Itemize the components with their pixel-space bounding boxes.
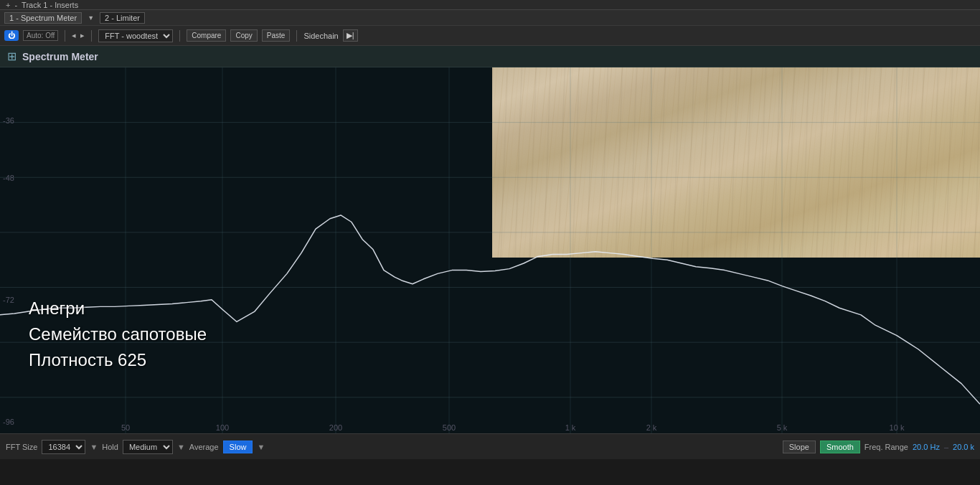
- copy-button[interactable]: Copy: [230, 29, 257, 42]
- slope-button[interactable]: Slope: [783, 441, 816, 453]
- freq-label-10k: 10 k: [890, 423, 905, 432]
- plugin-tab-2[interactable]: 2 - Limiter: [100, 12, 145, 24]
- toolbar-sep-2: [91, 30, 92, 42]
- freq-label-500: 500: [443, 423, 456, 432]
- smooth-button[interactable]: Smooth: [820, 441, 860, 453]
- freq-max-value: 20.0 k: [953, 443, 974, 451]
- plugin-tab-1[interactable]: 1 - Spectrum Meter: [4, 12, 82, 24]
- toolbar: ⏻ Auto: Off ◂ ▸ FFT - woodtest Compare C…: [0, 26, 980, 46]
- fft-size-arrow: ▼: [90, 443, 98, 451]
- freq-range-label: Freq. Range: [864, 443, 908, 451]
- db-label-neg48: -48: [3, 174, 14, 182]
- overlay-text: Анегри Семейство сапотовые Плотность 625: [29, 296, 207, 373]
- sidechain-label: Sidechain: [303, 32, 338, 40]
- tab1-arrow[interactable]: ▼: [88, 14, 94, 22]
- plugin-header: 1 - Spectrum Meter ▼ 2 - Limiter: [0, 10, 980, 26]
- average-label: Average: [189, 443, 219, 451]
- main-content: -36 -48 -72 -96 Анегри Семейство сапотов…: [0, 67, 980, 459]
- fft-size-select[interactable]: 16384: [42, 440, 85, 454]
- hold-arrow: ▼: [177, 443, 185, 451]
- top-bar: + - Track 1 - Inserts: [0, 0, 980, 10]
- freq-label-5k: 5 k: [777, 423, 788, 432]
- paste-button[interactable]: Paste: [262, 29, 291, 42]
- fft-select[interactable]: FFT - woodtest: [98, 29, 173, 42]
- hold-select[interactable]: Medium: [123, 440, 173, 454]
- overlay-line2: Семейство сапотовые: [29, 321, 207, 347]
- freq-label-1k: 1 k: [565, 423, 576, 432]
- auto-off-label[interactable]: Auto: Off: [23, 30, 58, 41]
- top-bar-plus[interactable]: +: [6, 1, 10, 9]
- db-label-neg72: -72: [3, 296, 14, 304]
- average-arrow: ▼: [257, 443, 265, 451]
- power-button[interactable]: ⏻: [4, 30, 19, 41]
- average-slow-button[interactable]: Slow: [223, 441, 253, 453]
- freq-label-2k: 2 k: [646, 423, 657, 432]
- top-bar-dash: -: [14, 1, 17, 9]
- toolbar-sep-1: [65, 30, 65, 42]
- spectrum-title-bar: ⊞ Spectrum Meter: [0, 46, 980, 67]
- nav-left-icon[interactable]: ◂: [72, 31, 76, 40]
- compare-button[interactable]: Compare: [187, 29, 226, 42]
- freq-label-200: 200: [329, 423, 342, 432]
- freq-separator: –: [944, 443, 948, 451]
- spectrum-title-text: Spectrum Meter: [22, 51, 98, 62]
- sidechain-button[interactable]: ▶|: [343, 29, 358, 42]
- overlay-line1: Анегри: [29, 296, 207, 321]
- top-bar-label: Track 1 - Inserts: [22, 1, 78, 9]
- db-label-neg96: -96: [3, 418, 14, 426]
- spectrum-icon: ⊞: [7, 50, 17, 63]
- nav-right-icon[interactable]: ▸: [80, 31, 85, 40]
- freq-min-value: 20.0 Hz: [913, 443, 940, 451]
- freq-label-100: 100: [216, 423, 229, 432]
- freq-label-50: 50: [121, 423, 130, 432]
- analyzer-area: -36 -48 -72 -96 Анегри Семейство сапотов…: [0, 67, 980, 459]
- overlay-line3: Плотность 625: [29, 347, 207, 373]
- toolbar-sep-3: [179, 30, 180, 42]
- hold-label: Hold: [102, 443, 118, 451]
- fft-size-label: FFT Size: [6, 443, 37, 451]
- toolbar-sep-4: [296, 30, 297, 42]
- db-label-neg36: -36: [3, 116, 14, 125]
- spectrum-svg: [0, 67, 980, 459]
- bottom-bar: FFT Size 16384 ▼ Hold Medium ▼ Average S…: [0, 433, 980, 459]
